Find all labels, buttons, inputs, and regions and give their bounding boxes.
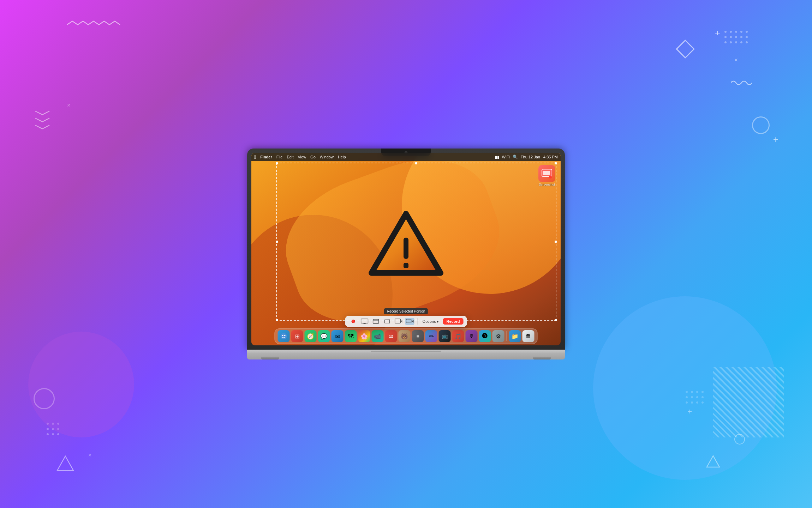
maps-icon: 🗺 bbox=[348, 333, 354, 339]
dock-divider bbox=[507, 331, 507, 341]
selection-handle-mr bbox=[555, 241, 557, 243]
dock-icon-freeform[interactable]: ✏ bbox=[425, 330, 437, 342]
svg-rect-48 bbox=[385, 320, 390, 323]
freeform-icon: ✏ bbox=[429, 333, 434, 340]
macos-desktop:  Finder File Edit View Go Window Help ▮… bbox=[251, 153, 561, 345]
menubar-battery-icon: ▮▮ bbox=[495, 155, 499, 159]
menubar-file[interactable]: File bbox=[276, 155, 283, 159]
mail-icon: ✉ bbox=[335, 333, 340, 340]
toolbar-btn-record-screen[interactable] bbox=[394, 318, 403, 325]
svg-marker-50 bbox=[401, 320, 402, 323]
svg-rect-51 bbox=[406, 319, 411, 323]
macbook-foot-right bbox=[533, 357, 551, 359]
macbook-foot-left bbox=[261, 357, 279, 359]
dock-icon-maps[interactable]: 🗺 bbox=[345, 330, 357, 342]
launchpad-icon: ⊞ bbox=[295, 333, 299, 340]
macbook-base bbox=[247, 350, 565, 359]
appstore-icon: 🅐 bbox=[482, 333, 488, 339]
dock-icon-trash[interactable]: 🗑 bbox=[523, 330, 535, 342]
dock-icon-settings[interactable]: ⚙ bbox=[492, 330, 504, 342]
dock-icon-calendar[interactable]: 12 bbox=[385, 330, 397, 342]
dock-icon-facetime[interactable]: 📹 bbox=[372, 330, 384, 342]
music-icon: 🎵 bbox=[455, 333, 462, 340]
toolbar-btn-capture-portion[interactable] bbox=[383, 318, 392, 325]
menubar-wifi-icon: WiFi bbox=[502, 155, 510, 159]
toolbar-btn-capture-window[interactable] bbox=[371, 318, 381, 325]
toolbar-record-button[interactable]: Record bbox=[443, 318, 464, 325]
macbook-body:  Finder File Edit View Go Window Help ▮… bbox=[247, 149, 565, 359]
menubar-finder[interactable]: Finder bbox=[260, 155, 272, 159]
selection-handle-ml bbox=[276, 241, 278, 243]
safari-icon: 🧭 bbox=[307, 333, 314, 340]
svg-rect-45 bbox=[364, 323, 366, 324]
menubar-help[interactable]: Help bbox=[338, 155, 346, 159]
toolbar-btn-record-portion[interactable] bbox=[405, 318, 414, 325]
svg-rect-49 bbox=[395, 319, 401, 323]
photos-icon: 🌸 bbox=[361, 333, 368, 340]
trash-icon: 🗑 bbox=[526, 333, 531, 339]
toolbar-btn-record-dot[interactable] bbox=[349, 318, 358, 325]
dock-icon-podcasts[interactable]: 🎙 bbox=[466, 330, 478, 342]
selection-handle-mt bbox=[415, 162, 417, 164]
svg-marker-52 bbox=[412, 320, 414, 323]
facetime-icon: 📹 bbox=[374, 333, 381, 340]
dock-icon-safari[interactable]: 🧭 bbox=[305, 330, 317, 342]
menubar-edit[interactable]: Edit bbox=[287, 155, 293, 159]
macbook-hinge-groove bbox=[371, 351, 441, 352]
selection-handle-br bbox=[555, 319, 557, 321]
podcasts-icon: 🎙 bbox=[469, 333, 474, 339]
menubar-go[interactable]: Go bbox=[310, 155, 316, 159]
dock-icon-files[interactable]: 📁 bbox=[509, 330, 521, 342]
macbook-lid:  Finder File Edit View Go Window Help ▮… bbox=[247, 149, 565, 350]
dock-icon-music[interactable]: 🎵 bbox=[452, 330, 464, 342]
bear-icon: 🐻 bbox=[401, 333, 408, 340]
appletv-icon: 📺 bbox=[442, 333, 448, 339]
files-icon: 📁 bbox=[512, 333, 519, 340]
toolbar-separator bbox=[417, 318, 418, 325]
macbook:  Finder File Edit View Go Window Help ▮… bbox=[247, 149, 565, 359]
settings-icon: ⚙ bbox=[496, 333, 501, 340]
dock-icon-launchpad[interactable]: ⊞ bbox=[291, 330, 303, 342]
selection-handle-tr bbox=[555, 162, 557, 164]
svg-point-53 bbox=[281, 333, 287, 339]
macbook-screen:  Finder File Edit View Go Window Help ▮… bbox=[251, 153, 561, 345]
svg-point-54 bbox=[282, 335, 283, 336]
dock-icon-photos[interactable]: 🌸 bbox=[358, 330, 370, 342]
screenshot-selection bbox=[276, 163, 556, 321]
messages-icon: 💬 bbox=[321, 333, 328, 340]
menubar-window[interactable]: Window bbox=[320, 155, 334, 159]
menubar-view[interactable]: View bbox=[298, 155, 306, 159]
menubar-left:  Finder File Edit View Go Window Help bbox=[254, 154, 495, 160]
reminders-icon: ≡ bbox=[417, 334, 419, 339]
toolbar-options-label: Options bbox=[423, 319, 436, 323]
menubar-apple-icon[interactable]:  bbox=[254, 154, 256, 160]
selection-handle-bl bbox=[276, 319, 278, 321]
menubar-datetime: Thu 12 Jan 4:35 PM bbox=[521, 155, 558, 159]
dock-icon-reminders[interactable]: ≡ bbox=[412, 330, 424, 342]
macos-dock: ⊞ 🧭 💬 ✉ 🗺 bbox=[275, 328, 538, 344]
macbook-feet bbox=[247, 357, 565, 359]
selection-handle-tl bbox=[276, 162, 278, 164]
svg-point-55 bbox=[284, 335, 286, 336]
toolbar-options-button[interactable]: Options ▾ bbox=[420, 319, 441, 325]
menubar-right: ▮▮ WiFi 🔍 Thu 12 Jan 4:35 PM bbox=[495, 155, 558, 159]
dock-icon-messages[interactable]: 💬 bbox=[318, 330, 330, 342]
tooltip-record-selected-portion: Record Selected Portion bbox=[384, 308, 428, 314]
dock-icon-mail[interactable]: ✉ bbox=[332, 330, 344, 342]
dock-icon-bear[interactable]: 🐻 bbox=[399, 330, 411, 342]
toolbar-btn-capture-screen[interactable] bbox=[360, 318, 369, 325]
dock-icon-finder[interactable] bbox=[278, 330, 290, 342]
calendar-icon: 12 bbox=[389, 334, 393, 338]
svg-rect-46 bbox=[373, 319, 379, 323]
screenshot-toolbar: Options ▾ Record bbox=[345, 316, 467, 327]
svg-rect-44 bbox=[361, 319, 368, 323]
record-dot-icon bbox=[352, 320, 355, 323]
menubar-search-icon[interactable]: 🔍 bbox=[513, 155, 518, 159]
toolbar-options-chevron-icon: ▾ bbox=[437, 319, 439, 324]
dock-icon-appstore[interactable]: 🅐 bbox=[479, 330, 491, 342]
macos-menubar:  Finder File Edit View Go Window Help ▮… bbox=[251, 153, 561, 161]
dock-icon-appletv[interactable]: 📺 bbox=[439, 330, 451, 342]
